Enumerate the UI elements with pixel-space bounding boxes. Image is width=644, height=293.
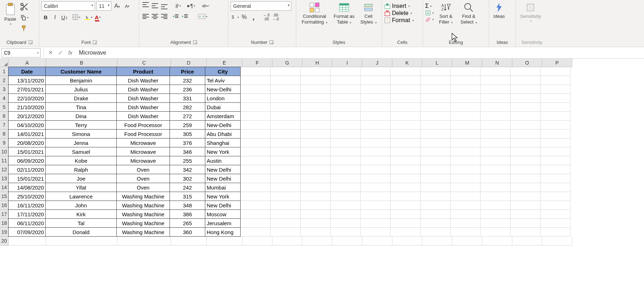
cell-B15[interactable]: Lawrence xyxy=(45,192,117,201)
cell-E4[interactable]: London xyxy=(205,94,241,103)
column-header-F[interactable]: F xyxy=(242,59,272,67)
row-header-7[interactable]: 7 xyxy=(0,121,9,130)
cell-H2[interactable] xyxy=(301,76,331,85)
cell-M3[interactable] xyxy=(451,85,481,94)
paste-button[interactable]: Paste ▾ xyxy=(2,1,18,26)
increase-font-button[interactable]: A▴ xyxy=(113,2,121,10)
cell-E7[interactable]: New-Delhi xyxy=(205,120,241,130)
cell-M5[interactable] xyxy=(451,103,481,112)
cell-O4[interactable] xyxy=(510,94,540,103)
cell-D11[interactable]: 255 xyxy=(170,156,205,165)
cell-A2[interactable]: 13/11/2020 xyxy=(8,76,46,85)
cell-L20[interactable] xyxy=(422,237,452,246)
cell-G5[interactable] xyxy=(271,103,301,112)
cell-F6[interactable] xyxy=(241,112,271,121)
row-header-18[interactable]: 18 xyxy=(0,219,9,228)
cell-B13[interactable]: Joe xyxy=(45,174,117,183)
cell-A16[interactable]: 16/11/2020 xyxy=(8,201,46,210)
cell-E1[interactable]: City xyxy=(205,67,241,76)
cell-I19[interactable] xyxy=(331,228,361,237)
cell-A9[interactable]: 20/08/2020 xyxy=(8,138,46,147)
cell-I4[interactable] xyxy=(331,94,361,103)
cell-J6[interactable] xyxy=(361,112,391,121)
cell-A6[interactable]: 20/12/2020 xyxy=(8,111,46,121)
row-header-16[interactable]: 16 xyxy=(0,201,9,210)
cell-M10[interactable] xyxy=(451,147,481,156)
align-bottom-button[interactable] xyxy=(160,1,168,10)
cell-D8[interactable]: 305 xyxy=(170,129,205,138)
cell-D12[interactable]: 342 xyxy=(170,165,205,174)
cell-I14[interactable] xyxy=(331,183,361,192)
cell-L15[interactable] xyxy=(421,192,451,201)
align-right-button[interactable] xyxy=(160,12,168,21)
cell-D6[interactable]: 272 xyxy=(170,111,205,121)
cell-N13[interactable] xyxy=(481,174,510,183)
cell-N3[interactable] xyxy=(481,85,510,94)
increase-indent-button[interactable] xyxy=(181,12,189,21)
cell-D4[interactable]: 331 xyxy=(170,94,205,103)
column-header-M[interactable]: M xyxy=(452,59,482,67)
cell-E12[interactable]: New Delhi xyxy=(205,165,241,174)
cell-K8[interactable] xyxy=(391,130,421,138)
cell-K13[interactable] xyxy=(391,174,421,183)
cell-H15[interactable] xyxy=(301,192,331,201)
cell-G15[interactable] xyxy=(271,192,301,201)
decrease-decimal-button[interactable]: .00→.0 xyxy=(271,13,280,21)
find-select-button[interactable]: Find & Select ▾ xyxy=(458,1,479,25)
cell-C13[interactable]: Oven xyxy=(116,174,170,183)
cell-N15[interactable] xyxy=(481,192,510,201)
cell-P2[interactable] xyxy=(540,76,570,85)
cell-B14[interactable]: Yifat xyxy=(45,183,117,192)
cell-I20[interactable] xyxy=(332,237,362,246)
cell-B20[interactable] xyxy=(46,237,117,246)
cell-M15[interactable] xyxy=(451,192,481,201)
cell-G6[interactable] xyxy=(271,112,301,121)
row-header-3[interactable]: 3 xyxy=(0,85,9,94)
cell-L14[interactable] xyxy=(421,183,451,192)
cell-E2[interactable]: Tel Aviv xyxy=(205,76,241,85)
cell-D13[interactable]: 302 xyxy=(170,174,205,183)
cell-O3[interactable] xyxy=(510,85,540,94)
cell-I11[interactable] xyxy=(331,156,361,165)
cell-P14[interactable] xyxy=(540,183,570,192)
font-name-select[interactable] xyxy=(41,1,95,11)
cell-E3[interactable]: New-Delhi xyxy=(205,85,241,94)
cell-L8[interactable] xyxy=(421,130,451,138)
column-header-C[interactable]: C xyxy=(117,59,171,67)
cell-J4[interactable] xyxy=(361,94,391,103)
accounting-format-button[interactable]: $▾ xyxy=(231,13,239,21)
cell-K20[interactable] xyxy=(392,237,422,246)
cell-A7[interactable]: 04/10/2020 xyxy=(8,120,46,130)
cell-B2[interactable]: Benjamin xyxy=(45,76,117,85)
cell-H9[interactable] xyxy=(301,138,331,147)
cell-I6[interactable] xyxy=(331,112,361,121)
cell-H11[interactable] xyxy=(301,156,331,165)
cell-I8[interactable] xyxy=(331,130,361,138)
cell-P1[interactable] xyxy=(540,67,570,76)
cell-E19[interactable]: Hong Kong xyxy=(205,227,241,237)
cell-D7[interactable]: 259 xyxy=(170,120,205,130)
cell-O19[interactable] xyxy=(510,228,540,237)
cell-P3[interactable] xyxy=(540,85,570,94)
cell-C2[interactable]: Dish Washer xyxy=(116,76,170,85)
insert-button[interactable]: Insert▾ xyxy=(384,3,410,9)
cell-J2[interactable] xyxy=(361,76,391,85)
cell-F12[interactable] xyxy=(241,165,271,174)
cell-I17[interactable] xyxy=(331,210,361,219)
cancel-formula-button[interactable]: ✕ xyxy=(45,48,55,57)
increase-decimal-button[interactable]: ←.0.00 xyxy=(262,13,271,21)
cell-F2[interactable] xyxy=(241,76,271,85)
cell-L7[interactable] xyxy=(421,121,451,130)
column-header-K[interactable]: K xyxy=(392,59,422,67)
cell-K14[interactable] xyxy=(391,183,421,192)
italic-button[interactable]: I xyxy=(51,13,59,21)
cell-O2[interactable] xyxy=(510,76,540,85)
row-header-12[interactable]: 12 xyxy=(0,165,9,174)
cell-J10[interactable] xyxy=(361,147,391,156)
cell-E10[interactable]: New York xyxy=(205,147,241,156)
cell-G3[interactable] xyxy=(271,85,301,94)
cell-H17[interactable] xyxy=(301,210,331,219)
cell-K11[interactable] xyxy=(391,156,421,165)
cell-J15[interactable] xyxy=(361,192,391,201)
cell-I2[interactable] xyxy=(331,76,361,85)
